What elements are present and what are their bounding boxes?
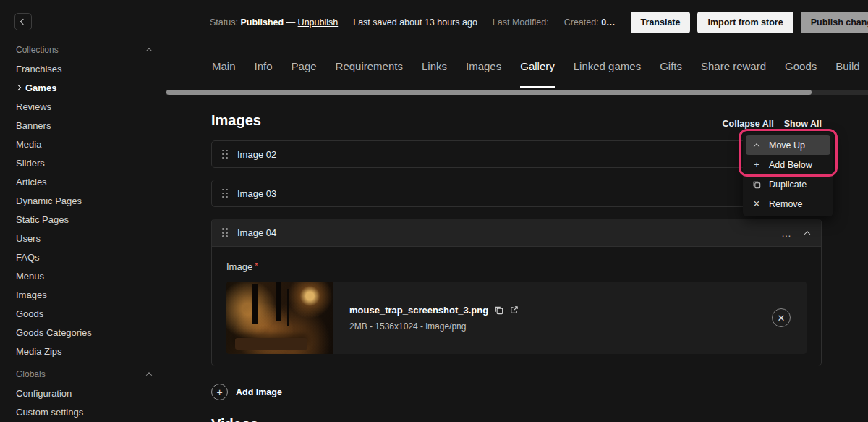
file-info: mouse_trap_screenshot_3.png 2MB - 1536x1… (349, 305, 519, 332)
item-label: Users (16, 233, 41, 244)
show-all-link[interactable]: Show All (784, 119, 822, 129)
sidebar-item-media-zips[interactable]: Media Zips (0, 342, 166, 360)
drag-handle-icon[interactable] (222, 228, 228, 237)
sidebar-item-franchises[interactable]: Franchises (0, 59, 166, 78)
unpublish-link[interactable]: Unpublish (298, 17, 339, 28)
image-row-04-header[interactable]: Image 04 … (212, 219, 821, 247)
sidebar-item-faqs[interactable]: FAQs (0, 248, 166, 266)
sidebar-item-media[interactable]: Media (0, 135, 166, 153)
file-thumbnail[interactable] (226, 282, 333, 354)
item-label: Articles (16, 177, 47, 187)
tab-share-reward[interactable]: Share reward (701, 45, 766, 88)
item-label: Menus (16, 271, 44, 282)
item-label: Sliders (16, 158, 45, 169)
drag-handle-icon[interactable] (222, 150, 228, 159)
sidebar-item-games[interactable]: Games (0, 78, 166, 97)
menu-item-label: Move Up (769, 140, 805, 151)
edit-icon[interactable] (509, 305, 519, 315)
publish-changes-button[interactable]: Publish changes (801, 12, 868, 33)
sidebar-item-articles[interactable]: Articles (0, 172, 166, 191)
tab-requirements[interactable]: Requirements (336, 45, 403, 88)
image-row-02[interactable]: Image 02 (211, 140, 822, 168)
menu-item-remove[interactable]: ✕ Remove (746, 194, 830, 214)
item-label: Banners (16, 120, 51, 131)
image-row-label: Image 02 (237, 149, 276, 160)
row-header-actions: … (781, 227, 809, 239)
image-field-label: Image* (226, 261, 807, 272)
collapse-all-link[interactable]: Collapse All (723, 119, 774, 129)
remove-file-button[interactable]: ✕ (772, 308, 791, 327)
sidebar-item-users[interactable]: Users (0, 229, 166, 248)
tab-main[interactable]: Main (212, 45, 236, 88)
tab-links[interactable]: Links (422, 45, 447, 88)
back-button[interactable] (14, 13, 32, 30)
menu-item-add-below[interactable]: + Add Below (746, 155, 830, 174)
status-value: Published (240, 17, 284, 28)
sidebar-item-configuration[interactable]: Configuration (0, 384, 166, 402)
sidebar-item-static-pages[interactable]: Static Pages (0, 210, 166, 229)
menu-item-move-up[interactable]: Move Up (746, 135, 830, 155)
sidebar-item-goods[interactable]: Goods (0, 304, 166, 323)
menu-item-label: Remove (769, 199, 803, 209)
status-text: Status: Published — Unpublish (210, 17, 338, 28)
item-label: Images (16, 290, 47, 300)
item-label: FAQs (16, 252, 40, 263)
plus-icon: + (752, 159, 762, 170)
item-label: Custom settings (16, 407, 83, 418)
sidebar-item-banners[interactable]: Banners (0, 116, 166, 135)
chevron-up-icon (146, 48, 152, 54)
sidebar-item-custom-settings[interactable]: Custom settings (0, 402, 166, 421)
file-card: mouse_trap_screenshot_3.png 2MB - 1536x1… (226, 282, 807, 354)
close-icon: ✕ (752, 198, 762, 209)
drag-handle-icon[interactable] (222, 189, 228, 198)
tab-linked-games[interactable]: Linked games (574, 45, 641, 88)
status-separator: — (286, 17, 296, 28)
field-label-text: Image (226, 261, 252, 272)
add-image-button[interactable]: + Add Image (211, 384, 282, 400)
app-window: Collections Franchises Games Reviews Ban… (0, 0, 868, 422)
tab-gallery[interactable]: Gallery (520, 45, 555, 88)
sidebar-item-images[interactable]: Images (0, 285, 166, 304)
images-heading: Images (211, 112, 261, 129)
tab-images[interactable]: Images (466, 45, 501, 88)
add-image-label: Add Image (236, 387, 282, 397)
horizontal-scrollbar-track[interactable] (166, 90, 868, 95)
file-meta: 2MB - 1536x1024 - image/png (349, 321, 519, 332)
collapse-chevron-icon[interactable] (804, 231, 810, 237)
image-row-03[interactable]: Image 03 (211, 180, 822, 207)
item-label: Media Zips (16, 346, 62, 357)
menu-item-duplicate[interactable]: Duplicate (746, 174, 830, 194)
sidebar-item-dynamic-pages[interactable]: Dynamic Pages (0, 191, 166, 210)
translate-button[interactable]: Translate (631, 12, 691, 33)
image-row-04-body: Image* mouse_trap_screenshot_3.png (212, 247, 821, 366)
tab-goods[interactable]: Goods (785, 45, 817, 88)
tab-info[interactable]: Info (255, 45, 273, 88)
created-text: Created: 0… (564, 17, 616, 28)
gallery-content: Images Collapse All Show All Image 02 Im… (166, 96, 868, 422)
item-label: Goods Categories (16, 327, 92, 338)
last-saved-text: Last saved about 13 hours ago (353, 17, 477, 28)
sidebar-item-sliders[interactable]: Sliders (0, 153, 166, 172)
sidebar-section-globals[interactable]: Globals (0, 365, 166, 384)
image-row-label: Image 04 (237, 227, 276, 238)
tab-page[interactable]: Page (292, 45, 317, 88)
item-label: Goods (16, 308, 43, 319)
row-more-button[interactable]: … (781, 227, 792, 239)
horizontal-scrollbar-thumb[interactable] (166, 90, 812, 95)
sidebar-item-menus[interactable]: Menus (0, 266, 166, 285)
tab-build[interactable]: Build (835, 45, 859, 88)
item-label: Media (16, 139, 41, 150)
sidebar-section-collections[interactable]: Collections (0, 41, 166, 59)
copy-icon[interactable] (494, 305, 503, 315)
videos-heading: Videos (211, 416, 868, 422)
image-row-04-expanded: Image 04 … Image* mouse_trap_screenshot_… (211, 219, 822, 366)
sidebar-item-reviews[interactable]: Reviews (0, 97, 166, 116)
image-row-label: Image 03 (237, 188, 276, 199)
chevron-right-icon (15, 85, 21, 90)
tab-bar: Main Info Page Requirements Links Images… (166, 45, 868, 88)
sidebar-item-goods-categories[interactable]: Goods Categories (0, 323, 166, 342)
created-value: 0… (601, 17, 615, 28)
header-buttons: Translate Import from store Publish chan… (631, 12, 868, 33)
tab-gifts[interactable]: Gifts (660, 45, 682, 88)
import-from-store-button[interactable]: Import from store (697, 12, 793, 33)
